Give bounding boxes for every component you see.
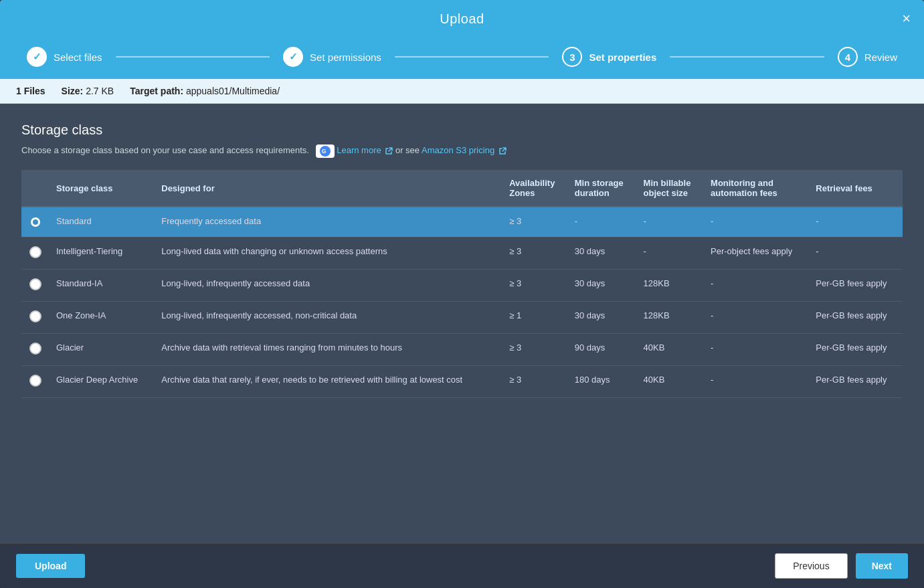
col-header-radio [21,170,50,207]
monitoring-fees-cell: - [704,302,809,334]
designed-for-cell: Long-lived, infrequently accessed, non-c… [155,302,502,334]
min-billable-size-cell: 128KB [637,302,704,334]
min-billable-size-cell: - [637,207,704,237]
storage-class-cell: Standard-IA [50,270,155,302]
designed-for-cell: Archive data with retrieval times rangin… [155,334,502,366]
next-button[interactable]: Next [856,553,908,579]
path-label: Target path: [130,86,183,96]
table-row[interactable]: One Zone-IALong-lived, infrequently acce… [21,302,903,334]
min-storage-duration-cell: 30 days [568,237,637,270]
table-header-row: Storage class Designed for AvailabilityZ… [21,170,903,207]
close-button[interactable]: × [902,11,911,26]
radio-button[interactable] [29,246,41,258]
translate-badge: G [316,144,335,158]
retrieval-fees-cell: Per-GB fees apply [809,270,903,302]
storage-class-cell: Glacier [50,334,155,366]
modal-header: Upload × [0,0,924,37]
learn-more-external-icon [385,147,393,155]
step-4-label: Review [864,52,897,63]
footer-right-buttons: Previous Next [775,553,908,579]
table-row[interactable]: GlacierArchive data with retrieval times… [21,334,903,366]
amazon-s3-pricing-link[interactable]: Amazon S3 pricing [422,145,494,155]
availability-zones-cell: ≥ 1 [502,302,568,334]
modal-footer: Upload Previous Next [0,543,924,588]
min-billable-size-cell: 40KB [637,366,704,398]
availability-zones-cell: ≥ 3 [502,334,568,366]
retrieval-fees-cell: Per-GB fees apply [809,366,903,398]
radio-button[interactable] [29,342,41,355]
step-2-label: Set permissions [310,52,381,63]
col-header-min-storage-duration: Min storageduration [568,170,637,207]
svg-text:G: G [321,148,326,155]
min-billable-size-cell: 128KB [637,270,704,302]
step-set-permissions[interactable]: ✓ Set permissions [283,47,381,67]
step-divider-2 [395,56,549,58]
path-info: Target path: appuals01/Multimedia/ [130,86,280,96]
radio-cell[interactable] [21,334,50,366]
content-area: Storage class Choose a storage class bas… [0,104,924,543]
designed-for-cell: Frequently accessed data [155,207,502,237]
table-row[interactable]: StandardFrequently accessed data≥ 3---- [21,207,903,237]
step-divider-3 [670,56,824,58]
learn-more-link[interactable]: Learn more [337,145,381,155]
step-set-properties[interactable]: 3 Set properties [562,47,656,67]
step-3-label: Set properties [589,52,656,63]
table-row[interactable]: Intelligent-TieringLong-lived data with … [21,237,903,270]
previous-button[interactable]: Previous [775,553,847,579]
radio-cell[interactable] [21,270,50,302]
radio-button[interactable] [29,375,41,387]
storage-class-cell: Intelligent-Tiering [50,237,155,270]
availability-zones-cell: ≥ 3 [502,270,568,302]
storage-class-title: Storage class [21,122,903,138]
path-value: appuals01/Multimedia/ [186,86,280,96]
radio-cell[interactable] [21,366,50,398]
min-storage-duration-cell: 30 days [568,270,637,302]
radio-button[interactable] [29,278,41,290]
retrieval-fees-cell: Per-GB fees apply [809,334,903,366]
step-divider-1 [116,56,270,58]
availability-zones-cell: ≥ 3 [502,237,568,270]
step-select-files[interactable]: ✓ Select files [27,47,102,67]
files-count: 1 Files [16,86,45,96]
step-4-circle: 4 [838,47,858,67]
min-storage-duration-cell: 90 days [568,334,637,366]
size-value: 2.7 KB [86,86,114,96]
size-label: Size: [62,86,84,96]
retrieval-fees-cell: - [809,207,903,237]
step-review[interactable]: 4 Review [838,47,897,67]
table-row[interactable]: Glacier Deep ArchiveArchive data that ra… [21,366,903,398]
min-billable-size-cell: 40KB [637,334,704,366]
storage-class-table: Storage class Designed for AvailabilityZ… [21,170,903,398]
designed-for-cell: Archive data that rarely, if ever, needs… [155,366,502,398]
col-header-designed-for: Designed for [155,170,502,207]
monitoring-fees-cell: - [704,207,809,237]
col-header-monitoring-fees: Monitoring andautomation fees [704,170,809,207]
monitoring-fees-cell: - [704,270,809,302]
radio-cell[interactable] [21,237,50,270]
min-storage-duration-cell: - [568,207,637,237]
availability-zones-cell: ≥ 3 [502,207,568,237]
modal-title: Upload [440,11,484,27]
col-header-storage-class: Storage class [50,170,155,207]
min-billable-size-cell: - [637,237,704,270]
retrieval-fees-cell: - [809,237,903,270]
upload-button[interactable]: Upload [16,554,85,578]
wizard-steps: ✓ Select files ✓ Set permissions 3 Set p… [0,37,924,79]
storage-class-cell: Glacier Deep Archive [50,366,155,398]
monitoring-fees-cell: Per-object fees apply [704,237,809,270]
storage-class-cell: One Zone-IA [50,302,155,334]
info-bar: 1 Files Size: 2.7 KB Target path: appual… [0,79,924,104]
step-3-circle: 3 [562,47,582,67]
min-storage-duration-cell: 180 days [568,366,637,398]
retrieval-fees-cell: Per-GB fees apply [809,302,903,334]
radio-cell[interactable] [21,302,50,334]
table-row[interactable]: Standard-IALong-lived, infrequently acce… [21,270,903,302]
col-header-retrieval-fees: Retrieval fees [809,170,903,207]
upload-modal: Upload × ✓ Select files ✓ Set permission… [0,0,924,588]
radio-button[interactable] [29,216,41,228]
availability-zones-cell: ≥ 3 [502,366,568,398]
min-storage-duration-cell: 30 days [568,302,637,334]
step-2-circle: ✓ [283,47,303,67]
radio-cell[interactable] [21,207,50,237]
radio-button[interactable] [29,310,41,322]
